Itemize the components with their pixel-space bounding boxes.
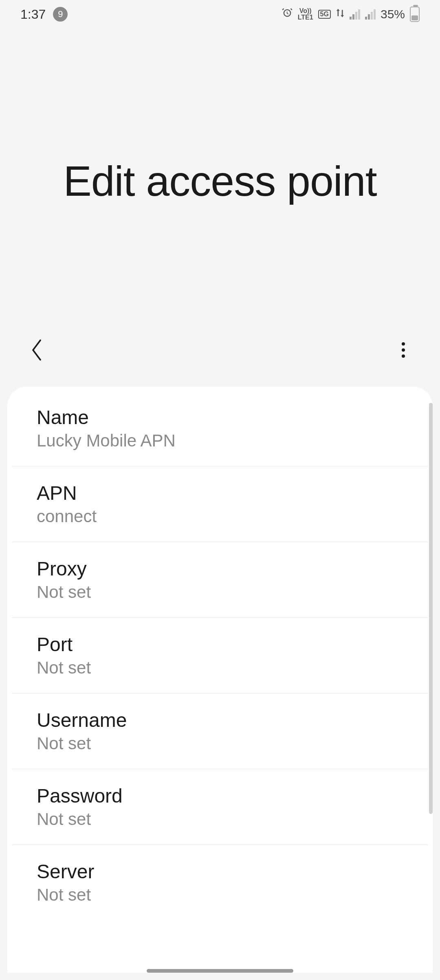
battery-icon [410, 7, 420, 22]
data-arrows-icon [336, 7, 345, 21]
setting-label: Server [37, 860, 403, 883]
setting-label: Port [37, 633, 403, 656]
signal-icon-2 [365, 9, 376, 20]
setting-label: APN [37, 482, 403, 504]
settings-list[interactable]: Name Lucky Mobile APN APN connect Proxy … [7, 387, 433, 973]
more-vertical-icon [402, 342, 405, 358]
setting-label: Password [37, 785, 403, 807]
notification-count-badge: 9 [53, 7, 68, 22]
setting-row-password[interactable]: Password Not set [12, 769, 428, 845]
volte-icon: Vo)) LTE1 [298, 8, 313, 21]
scrollbar[interactable] [429, 403, 433, 814]
more-options-button[interactable] [391, 338, 416, 362]
setting-value: Not set [37, 885, 403, 905]
setting-value: Lucky Mobile APN [37, 431, 403, 451]
setting-row-proxy[interactable]: Proxy Not set [12, 542, 428, 618]
header-area: Edit access point [0, 28, 440, 334]
battery-percent: 35% [381, 7, 405, 21]
page-title: Edit access point [63, 157, 376, 206]
nav-gesture-bar[interactable] [147, 969, 293, 973]
setting-row-apn[interactable]: APN connect [12, 466, 428, 542]
setting-row-username[interactable]: Username Not set [12, 693, 428, 769]
setting-label: Username [37, 709, 403, 731]
clock-time: 1:37 [20, 7, 46, 22]
setting-row-name[interactable]: Name Lucky Mobile APN [12, 391, 428, 466]
setting-value: Not set [37, 658, 403, 678]
statusbar-left: 1:37 9 [20, 7, 68, 22]
signal-icon-1 [350, 9, 360, 20]
alarm-icon [282, 7, 293, 21]
setting-value: Not set [37, 734, 403, 753]
setting-value: connect [37, 507, 403, 526]
setting-value: Not set [37, 582, 403, 602]
setting-label: Proxy [37, 558, 403, 580]
toolbar [0, 334, 440, 387]
setting-value: Not set [37, 809, 403, 829]
back-button[interactable] [24, 338, 49, 362]
setting-row-server[interactable]: Server Not set [12, 845, 428, 920]
statusbar: 1:37 9 Vo)) LTE1 5G 35% [0, 0, 440, 28]
statusbar-right: Vo)) LTE1 5G 35% [282, 7, 420, 22]
chevron-left-icon [28, 338, 45, 362]
fiveg-icon: 5G [318, 10, 331, 19]
setting-label: Name [37, 406, 403, 429]
setting-row-port[interactable]: Port Not set [12, 618, 428, 693]
